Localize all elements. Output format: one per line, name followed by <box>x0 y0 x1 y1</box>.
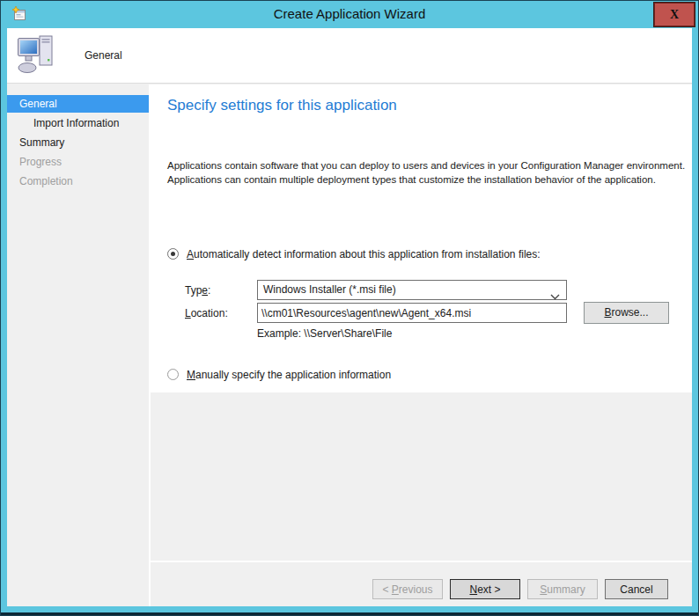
wizard-header: General <box>7 28 692 84</box>
label-text: ocation: <box>191 307 228 319</box>
content-panel <box>151 84 692 392</box>
description-line-1: Applications contain software that you c… <box>167 158 685 172</box>
type-dropdown[interactable]: Windows Installer (*.msi file) <box>257 280 567 300</box>
window-title: Create Application Wizard <box>1 1 698 28</box>
wizard-footer: < Previous Next > Summary Cancel <box>151 562 692 606</box>
label-text: ummary <box>547 583 585 596</box>
sidebar-item-general[interactable]: General <box>7 95 149 113</box>
description-line-2: Applications can contain multiple deploy… <box>167 172 685 187</box>
manual-specify-radio[interactable]: Manually specify the application informa… <box>167 369 391 381</box>
label-text: rowse... <box>612 306 649 319</box>
main-content: Specify settings for this application Ap… <box>151 84 692 606</box>
client-area: General General Import Information Summa… <box>7 28 692 606</box>
auto-detect-radio[interactable]: Automatically detect information about t… <box>167 248 541 260</box>
type-label: Type: <box>185 284 210 297</box>
label-text: ext > <box>477 583 500 596</box>
previous-button: < Previous <box>372 579 443 599</box>
summary-button: Summary <box>527 579 598 599</box>
label-text: Cancel <box>620 583 652 596</box>
close-button[interactable]: X <box>654 3 695 26</box>
label-text: < <box>382 583 391 596</box>
cancel-button[interactable]: Cancel <box>605 579 668 599</box>
radio-selected-icon[interactable] <box>167 248 179 260</box>
radio-unselected-icon[interactable] <box>167 369 179 380</box>
sidebar-item-completion: Completion <box>7 172 149 190</box>
page-title: Specify settings for this application <box>167 97 397 114</box>
computer-icon <box>16 33 58 78</box>
label-text: : <box>208 284 210 297</box>
sidebar-item-progress: Progress <box>7 153 149 171</box>
sidebar-item-summary[interactable]: Summary <box>7 134 149 151</box>
label-text: utomatically detect information about th… <box>194 248 541 260</box>
label-mnemonic: L <box>185 307 191 319</box>
label-mnemonic: N <box>469 583 477 596</box>
label-mnemonic: A <box>187 248 194 260</box>
auto-detect-radio-label: Automatically detect information about t… <box>187 248 541 260</box>
manual-specify-radio-label: Manually specify the application informa… <box>187 369 391 381</box>
location-example-text: Example: \\Server\Share\File <box>257 327 392 340</box>
label-mnemonic: P <box>392 583 399 596</box>
description-text: Applications contain software that you c… <box>167 158 685 187</box>
label-mnemonic: B <box>604 306 611 319</box>
type-dropdown-value: Windows Installer (*.msi file) <box>263 283 396 296</box>
browse-button[interactable]: Browse... <box>584 302 669 324</box>
label-text: revious <box>399 583 433 596</box>
label-mnemonic: M <box>187 369 195 381</box>
next-button[interactable]: Next > <box>450 579 520 599</box>
wizard-steps-sidebar: General Import Information Summary Progr… <box>7 84 149 606</box>
label-text: Typ <box>185 284 202 297</box>
location-input[interactable] <box>257 303 567 323</box>
sidebar-item-import-information[interactable]: Import Information <box>7 114 149 132</box>
window-bottom-edge <box>1 612 698 615</box>
label-text: anually specify the application informat… <box>195 369 391 381</box>
header-step-title: General <box>85 49 122 62</box>
titlebar: Create Application Wizard X <box>1 1 698 28</box>
create-application-wizard-window: Create Application Wizard X <box>0 0 699 616</box>
location-label: Location: <box>185 307 228 319</box>
